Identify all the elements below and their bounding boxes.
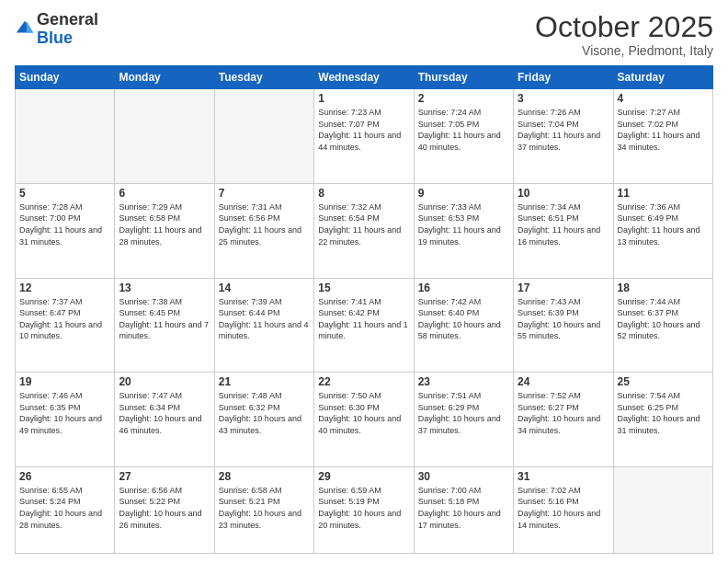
calendar-cell: 9Sunrise: 7:33 AM Sunset: 6:53 PM Daylig… <box>414 183 513 278</box>
day-number: 6 <box>119 187 210 200</box>
cell-info: Sunrise: 7:26 AM Sunset: 7:04 PM Dayligh… <box>518 107 609 153</box>
cell-info: Sunrise: 7:51 AM Sunset: 6:29 PM Dayligh… <box>418 390 509 436</box>
cell-info: Sunrise: 7:27 AM Sunset: 7:02 PM Dayligh… <box>618 107 709 153</box>
calendar-cell: 22Sunrise: 7:50 AM Sunset: 6:30 PM Dayli… <box>314 373 414 467</box>
calendar-cell: 29Sunrise: 6:59 AM Sunset: 5:19 PM Dayli… <box>314 466 414 553</box>
month-title: October 2025 <box>535 11 713 43</box>
cell-info: Sunrise: 7:43 AM Sunset: 6:39 PM Dayligh… <box>518 296 609 342</box>
calendar-week-row: 26Sunrise: 6:55 AM Sunset: 5:24 PM Dayli… <box>16 466 713 553</box>
cell-info: Sunrise: 7:28 AM Sunset: 7:00 PM Dayligh… <box>19 201 110 247</box>
calendar-cell: 26Sunrise: 6:55 AM Sunset: 5:24 PM Dayli… <box>16 466 115 553</box>
cell-info: Sunrise: 7:31 AM Sunset: 6:56 PM Dayligh… <box>219 201 310 247</box>
calendar-cell: 27Sunrise: 6:56 AM Sunset: 5:22 PM Dayli… <box>115 466 214 553</box>
day-number: 28 <box>219 470 310 483</box>
calendar-cell: 6Sunrise: 7:29 AM Sunset: 6:58 PM Daylig… <box>115 183 214 278</box>
calendar-cell <box>115 89 214 184</box>
cell-info: Sunrise: 7:37 AM Sunset: 6:47 PM Dayligh… <box>19 296 110 342</box>
day-number: 30 <box>418 470 509 483</box>
day-number: 19 <box>19 375 110 388</box>
day-number: 1 <box>318 92 409 105</box>
day-number: 11 <box>618 187 709 200</box>
calendar-week-row: 19Sunrise: 7:46 AM Sunset: 6:35 PM Dayli… <box>16 373 713 467</box>
day-number: 31 <box>518 470 609 483</box>
calendar-cell: 21Sunrise: 7:48 AM Sunset: 6:32 PM Dayli… <box>214 373 313 467</box>
day-number: 24 <box>518 375 609 388</box>
day-number: 2 <box>418 92 509 105</box>
cell-info: Sunrise: 7:48 AM Sunset: 6:32 PM Dayligh… <box>219 390 310 436</box>
day-number: 3 <box>518 92 609 105</box>
calendar-cell: 2Sunrise: 7:24 AM Sunset: 7:05 PM Daylig… <box>414 89 513 184</box>
cell-info: Sunrise: 7:46 AM Sunset: 6:35 PM Dayligh… <box>19 390 110 436</box>
cell-info: Sunrise: 7:41 AM Sunset: 6:42 PM Dayligh… <box>318 296 409 342</box>
day-header-wednesday: Wednesday <box>314 66 414 89</box>
cell-info: Sunrise: 7:38 AM Sunset: 6:45 PM Dayligh… <box>119 296 210 342</box>
calendar-cell: 16Sunrise: 7:42 AM Sunset: 6:40 PM Dayli… <box>414 278 513 373</box>
cell-info: Sunrise: 7:24 AM Sunset: 7:05 PM Dayligh… <box>418 107 509 153</box>
day-header-friday: Friday <box>514 66 613 89</box>
logo: General Blue <box>15 11 98 48</box>
calendar-cell: 5Sunrise: 7:28 AM Sunset: 7:00 PM Daylig… <box>16 183 115 278</box>
calendar-cell: 4Sunrise: 7:27 AM Sunset: 7:02 PM Daylig… <box>613 89 712 184</box>
calendar-table: SundayMondayTuesdayWednesdayThursdayFrid… <box>15 65 713 554</box>
day-header-saturday: Saturday <box>613 66 712 89</box>
calendar-cell: 17Sunrise: 7:43 AM Sunset: 6:39 PM Dayli… <box>514 278 613 373</box>
calendar-cell: 31Sunrise: 7:02 AM Sunset: 5:16 PM Dayli… <box>514 466 613 553</box>
day-number: 16 <box>418 282 509 294</box>
cell-info: Sunrise: 7:50 AM Sunset: 6:30 PM Dayligh… <box>318 390 409 436</box>
calendar-cell: 23Sunrise: 7:51 AM Sunset: 6:29 PM Dayli… <box>414 373 513 467</box>
calendar-cell: 3Sunrise: 7:26 AM Sunset: 7:04 PM Daylig… <box>514 89 613 184</box>
day-header-sunday: Sunday <box>16 66 115 89</box>
day-number: 14 <box>219 282 310 294</box>
svg-marker-1 <box>27 20 33 32</box>
day-number: 9 <box>418 187 509 200</box>
day-number: 7 <box>219 187 310 200</box>
day-number: 27 <box>119 470 210 483</box>
calendar-cell: 28Sunrise: 6:58 AM Sunset: 5:21 PM Dayli… <box>214 466 313 553</box>
day-number: 18 <box>618 282 709 294</box>
logo-blue-text: Blue <box>37 29 73 47</box>
calendar-cell: 14Sunrise: 7:39 AM Sunset: 6:44 PM Dayli… <box>214 278 313 373</box>
page-header: General Blue October 2025 Visone, Piedmo… <box>15 11 713 58</box>
cell-info: Sunrise: 6:58 AM Sunset: 5:21 PM Dayligh… <box>219 485 310 531</box>
title-block: October 2025 Visone, Piedmont, Italy <box>535 11 713 58</box>
calendar-cell: 12Sunrise: 7:37 AM Sunset: 6:47 PM Dayli… <box>16 278 115 373</box>
location-text: Visone, Piedmont, Italy <box>535 43 713 58</box>
cell-info: Sunrise: 7:32 AM Sunset: 6:54 PM Dayligh… <box>318 201 409 247</box>
calendar-cell: 10Sunrise: 7:34 AM Sunset: 6:51 PM Dayli… <box>514 183 613 278</box>
day-number: 20 <box>119 375 210 388</box>
calendar-cell <box>214 89 313 184</box>
cell-info: Sunrise: 7:36 AM Sunset: 6:49 PM Dayligh… <box>618 201 709 247</box>
cell-info: Sunrise: 6:59 AM Sunset: 5:19 PM Dayligh… <box>318 485 409 531</box>
cell-info: Sunrise: 7:52 AM Sunset: 6:27 PM Dayligh… <box>518 390 609 436</box>
calendar-cell: 25Sunrise: 7:54 AM Sunset: 6:25 PM Dayli… <box>613 373 712 467</box>
calendar-week-row: 5Sunrise: 7:28 AM Sunset: 7:00 PM Daylig… <box>16 183 713 278</box>
calendar-cell: 18Sunrise: 7:44 AM Sunset: 6:37 PM Dayli… <box>613 278 712 373</box>
calendar-cell: 7Sunrise: 7:31 AM Sunset: 6:56 PM Daylig… <box>214 183 313 278</box>
cell-info: Sunrise: 7:00 AM Sunset: 5:18 PM Dayligh… <box>418 485 509 531</box>
day-number: 25 <box>618 375 709 388</box>
cell-info: Sunrise: 6:56 AM Sunset: 5:22 PM Dayligh… <box>119 485 210 531</box>
day-number: 8 <box>318 187 409 200</box>
cell-info: Sunrise: 7:34 AM Sunset: 6:51 PM Dayligh… <box>518 201 609 247</box>
calendar-cell: 1Sunrise: 7:23 AM Sunset: 7:07 PM Daylig… <box>314 89 414 184</box>
day-number: 21 <box>219 375 310 388</box>
cell-info: Sunrise: 7:29 AM Sunset: 6:58 PM Dayligh… <box>119 201 210 247</box>
cell-info: Sunrise: 6:55 AM Sunset: 5:24 PM Dayligh… <box>19 485 110 531</box>
calendar-cell: 8Sunrise: 7:32 AM Sunset: 6:54 PM Daylig… <box>314 183 414 278</box>
calendar-cell: 19Sunrise: 7:46 AM Sunset: 6:35 PM Dayli… <box>16 373 115 467</box>
day-number: 17 <box>518 282 609 294</box>
day-number: 29 <box>318 470 409 483</box>
calendar-cell <box>16 89 115 184</box>
cell-info: Sunrise: 7:47 AM Sunset: 6:34 PM Dayligh… <box>119 390 210 436</box>
cell-info: Sunrise: 7:44 AM Sunset: 6:37 PM Dayligh… <box>618 296 709 342</box>
logo-icon <box>15 17 35 38</box>
calendar-cell <box>613 466 712 553</box>
day-header-thursday: Thursday <box>414 66 513 89</box>
day-number: 23 <box>418 375 509 388</box>
day-number: 13 <box>119 282 210 294</box>
day-number: 10 <box>518 187 609 200</box>
calendar-week-row: 1Sunrise: 7:23 AM Sunset: 7:07 PM Daylig… <box>16 89 713 184</box>
cell-info: Sunrise: 7:33 AM Sunset: 6:53 PM Dayligh… <box>418 201 509 247</box>
day-header-tuesday: Tuesday <box>214 66 313 89</box>
calendar-header-row: SundayMondayTuesdayWednesdayThursdayFrid… <box>16 66 713 89</box>
